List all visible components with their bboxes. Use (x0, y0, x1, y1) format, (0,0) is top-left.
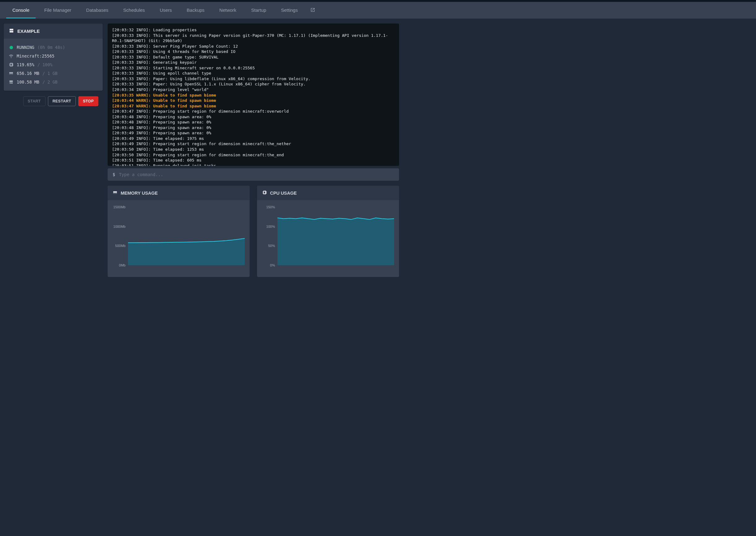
nav-startup[interactable]: Startup (245, 3, 272, 18)
svg-text:1500Mb: 1500Mb (113, 205, 126, 209)
external-link-icon[interactable] (306, 3, 319, 18)
server-icon (9, 28, 14, 34)
svg-text:50%: 50% (268, 244, 275, 248)
console-line: [20:03:48 INFO]: Preparing spawn area: 0… (112, 125, 395, 131)
nav-console[interactable]: Console (6, 3, 36, 18)
memory-limit: / 1 GB (42, 71, 57, 76)
console-line: [20:03:48 INFO]: Preparing spawn area: 0… (112, 119, 395, 125)
console-line: [20:03:35 WARN]: Unable to find spawn bi… (112, 92, 395, 98)
nav-network[interactable]: Network (213, 3, 242, 18)
server-name: EXAMPLE (17, 28, 40, 34)
charts-row: MEMORY USAGE 0Mb500Mb1000Mb1500Mb CPU US… (108, 186, 399, 277)
command-prefix: $ (112, 172, 115, 177)
memory-value: 656.16 MB (17, 71, 39, 76)
wifi-icon (9, 53, 14, 58)
nav-users[interactable]: Users (153, 3, 178, 18)
memory-chart-card: MEMORY USAGE 0Mb500Mb1000Mb1500Mb (108, 186, 250, 277)
console-line: [20:03:47 WARN]: Unable to find spawn bi… (112, 103, 395, 109)
command-input-wrap: $ (108, 168, 399, 181)
content-area: EXAMPLE RUNNING (0h 0m 48s) Minecraft:25… (0, 18, 403, 282)
microchip-icon (9, 62, 14, 67)
address-row: Minecraft:25565 (9, 52, 98, 60)
cpu-chart-body: 0%50%100%150% (257, 200, 399, 277)
cpu-chart-card: CPU USAGE 0%50%100%150% (257, 186, 399, 277)
status-dot-icon (9, 46, 14, 49)
console-line: [20:03:34 INFO]: Preparing level "world" (112, 87, 395, 92)
svg-text:150%: 150% (266, 205, 275, 209)
nav-backups[interactable]: Backups (181, 3, 211, 18)
memory-chart-header: MEMORY USAGE (108, 186, 250, 200)
svg-text:0Mb: 0Mb (119, 263, 126, 267)
console-line: [20:03:33 INFO]: Default game type: SURV… (112, 54, 395, 60)
memory-chart-title: MEMORY USAGE (121, 191, 158, 196)
main-panel: [20:03:32 INFO]: Loading properties[20:0… (108, 23, 399, 277)
command-input[interactable] (119, 172, 394, 177)
nav-file-manager[interactable]: File Manager (38, 3, 78, 18)
console-line: [20:03:49 INFO]: Preparing start region … (112, 141, 395, 147)
svg-text:1000Mb: 1000Mb (113, 225, 126, 228)
console-line: [20:03:33 INFO]: Paper: Using OpenSSL 1.… (112, 82, 395, 87)
disk-row: 100.58 MB / 2 GB (9, 78, 98, 86)
hdd-icon (9, 80, 14, 84)
power-buttons: START RESTART STOP (4, 91, 103, 112)
console-line: [20:03:33 INFO]: Starting Minecraft serv… (112, 65, 395, 71)
memory-chart-body: 0Mb500Mb1000Mb1500Mb (108, 200, 250, 277)
console-line: [20:03:32 INFO]: Loading properties (112, 27, 395, 33)
microchip-icon (262, 190, 267, 196)
console-line: [20:03:33 INFO]: Generating keypair (112, 60, 395, 65)
console-line: [20:03:49 INFO]: Preparing spawn area: 0… (112, 130, 395, 136)
cpu-chart-title: CPU USAGE (270, 191, 297, 196)
restart-button[interactable]: RESTART (48, 96, 76, 106)
disk-limit: / 2 GB (42, 80, 57, 84)
nav-schedules[interactable]: Schedules (117, 3, 151, 18)
nav-databases[interactable]: Databases (80, 3, 115, 18)
memory-icon (9, 71, 14, 76)
cpu-chart-header: CPU USAGE (257, 186, 399, 200)
console-line: [20:03:50 INFO]: Time elapsed: 1253 ms (112, 147, 395, 152)
svg-text:500Mb: 500Mb (115, 244, 126, 248)
address-value: Minecraft:25565 (17, 53, 54, 58)
console-line: [20:03:33 INFO]: This server is running … (112, 33, 395, 44)
memory-row: 656.16 MB / 1 GB (9, 69, 98, 78)
console-line: [20:03:33 INFO]: Server Ping Player Samp… (112, 44, 395, 49)
cpu-value: 119.65% (17, 62, 34, 67)
console-line: [20:03:44 WARN]: Unable to find spawn bi… (112, 98, 395, 103)
cpu-chart: 0%50%100%150% (260, 205, 396, 270)
console-line: [20:03:33 INFO]: Using 4 threads for Net… (112, 49, 395, 54)
svg-text:100%: 100% (266, 225, 275, 228)
console-line: [20:03:48 INFO]: Preparing spawn area: 0… (112, 114, 395, 120)
status-row: RUNNING (0h 0m 48s) (9, 43, 98, 52)
disk-value: 100.58 MB (17, 80, 39, 84)
console-line: [20:03:49 INFO]: Time elapsed: 1975 ms (112, 136, 395, 142)
status-label: RUNNING (17, 45, 34, 50)
svg-text:0%: 0% (270, 263, 275, 267)
memory-chart: 0Mb500Mb1000Mb1500Mb (111, 205, 246, 270)
server-info-header: EXAMPLE (4, 23, 103, 39)
console-output[interactable]: [20:03:32 INFO]: Loading properties[20:0… (108, 23, 399, 166)
sidebar: EXAMPLE RUNNING (0h 0m 48s) Minecraft:25… (4, 23, 103, 277)
stop-button[interactable]: STOP (78, 96, 98, 106)
cpu-row: 119.65% / 100% (9, 60, 98, 69)
console-line: [20:03:33 INFO]: Using epoll channel typ… (112, 71, 395, 76)
uptime: (0h 0m 48s) (37, 45, 65, 50)
console-line: [20:03:50 INFO]: Preparing start region … (112, 152, 395, 158)
main-nav: Console File Manager Databases Schedules… (0, 2, 756, 18)
cpu-limit: / 100% (37, 62, 52, 67)
nav-settings[interactable]: Settings (275, 3, 304, 18)
server-info-body: RUNNING (0h 0m 48s) Minecraft:25565 119.… (4, 39, 103, 91)
console-line: [20:03:33 INFO]: Paper: Using libdeflate… (112, 76, 395, 82)
console-line: [20:03:47 INFO]: Preparing start region … (112, 109, 395, 114)
console-line: [20:03:51 INFO]: Time elapsed: 605 ms (112, 157, 395, 163)
memory-icon (112, 190, 117, 196)
start-button[interactable]: START (23, 96, 46, 106)
server-info-card: EXAMPLE RUNNING (0h 0m 48s) Minecraft:25… (4, 23, 103, 91)
console-line: [20:03:51 INFO]: Running delayed init ta… (112, 163, 395, 166)
